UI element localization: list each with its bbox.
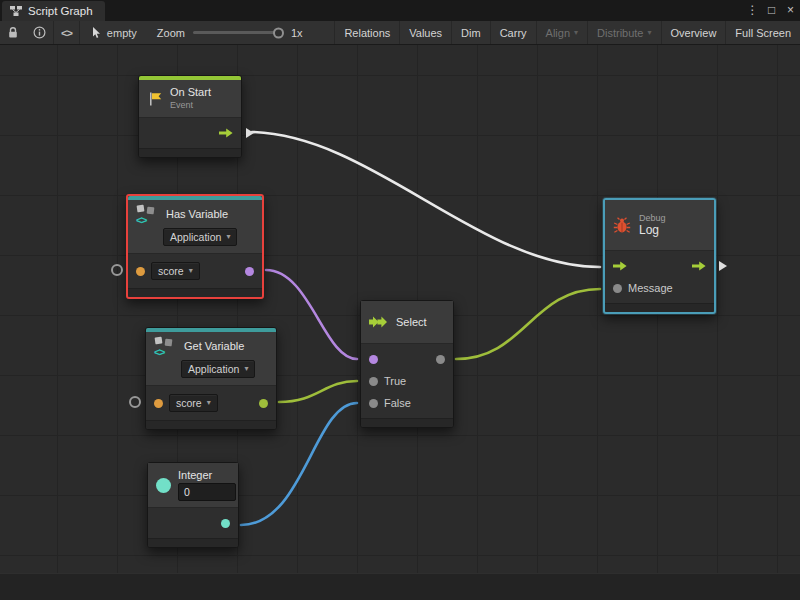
dropdown-value: Application bbox=[188, 363, 239, 375]
node-titles: On Start Event bbox=[170, 86, 211, 111]
int-output-port[interactable] bbox=[221, 519, 230, 528]
select-icon bbox=[369, 315, 389, 329]
wire-select-to-log-message[interactable] bbox=[456, 289, 600, 359]
node-select[interactable]: Select True False bbox=[360, 300, 454, 428]
flow-wire-arrow bbox=[719, 261, 727, 271]
variable-name-row: score ▾ bbox=[146, 390, 276, 416]
node-header: Debug Log bbox=[605, 200, 714, 250]
chevron-down-icon: ▾ bbox=[574, 29, 578, 37]
unconnected-port[interactable] bbox=[129, 396, 141, 408]
node-supertitle: Debug bbox=[639, 213, 666, 223]
tab-title: Script Graph bbox=[28, 5, 93, 17]
node-body: score ▾ bbox=[128, 253, 262, 288]
variable-scope-dropdown[interactable]: Application ▾ bbox=[181, 360, 255, 378]
wire-onstart-to-log[interactable] bbox=[252, 132, 600, 267]
window-controls: ⋮ □ × bbox=[743, 0, 800, 21]
integer-icon bbox=[156, 478, 171, 493]
zoom-value: 1x bbox=[291, 27, 303, 39]
variable-name-dropdown[interactable]: score ▾ bbox=[151, 262, 200, 280]
node-footer bbox=[605, 303, 714, 312]
close-icon[interactable]: × bbox=[781, 0, 800, 21]
false-label: False bbox=[384, 397, 411, 409]
message-input-port[interactable] bbox=[613, 284, 622, 293]
node-body: True False bbox=[361, 343, 453, 418]
dim-button[interactable]: Dim bbox=[451, 21, 490, 44]
tab-script-graph[interactable]: Script Graph bbox=[2, 1, 105, 21]
overview-button[interactable]: Overview bbox=[661, 21, 726, 44]
wire-getvariable-to-select-true[interactable] bbox=[279, 381, 357, 402]
unconnected-port[interactable] bbox=[111, 264, 123, 276]
node-on-start[interactable]: On Start Event bbox=[138, 75, 242, 158]
window-menu-icon[interactable]: ⋮ bbox=[743, 0, 762, 21]
flow-output-port[interactable] bbox=[219, 128, 233, 138]
node-title: Integer bbox=[178, 469, 236, 482]
zoom-label: Zoom bbox=[157, 27, 185, 39]
node-footer bbox=[139, 148, 241, 157]
chevron-down-icon: ▾ bbox=[648, 29, 652, 37]
string-input-port[interactable] bbox=[154, 399, 163, 408]
button-label: Overview bbox=[671, 27, 717, 39]
carry-button[interactable]: Carry bbox=[490, 21, 536, 44]
true-row: True bbox=[361, 370, 453, 392]
node-has-variable[interactable]: <> Has Variable Application ▾ score ▾ bbox=[126, 194, 264, 299]
flow-input-port[interactable] bbox=[613, 261, 627, 271]
zoom-slider[interactable] bbox=[193, 31, 283, 34]
node-get-variable[interactable]: <> Get Variable Application ▾ score ▾ bbox=[145, 327, 277, 430]
condition-input-port[interactable] bbox=[369, 355, 378, 364]
variable-icon: <> bbox=[154, 337, 177, 356]
flow-wire-arrow bbox=[246, 128, 254, 138]
button-label: Relations bbox=[344, 27, 390, 39]
edit-graph-button[interactable]: <> bbox=[54, 21, 79, 44]
button-label: Align bbox=[546, 27, 570, 39]
dropdown-value: Application bbox=[170, 231, 221, 243]
node-debug-log[interactable]: Debug Log Message bbox=[603, 198, 716, 314]
maximize-icon[interactable]: □ bbox=[762, 0, 781, 21]
flag-icon bbox=[147, 91, 163, 107]
node-header: Integer 0 bbox=[148, 463, 238, 507]
bool-output-port[interactable] bbox=[245, 267, 254, 276]
variable-scope-dropdown[interactable]: Application ▾ bbox=[163, 228, 237, 246]
zoom-slider-handle[interactable] bbox=[273, 27, 284, 38]
flow-output-port[interactable] bbox=[692, 261, 706, 271]
node-body bbox=[139, 117, 241, 148]
graph-edge-band bbox=[0, 573, 800, 600]
variable-name-row: score ▾ bbox=[128, 258, 262, 284]
node-body: score ▾ bbox=[146, 385, 276, 420]
selection-status: empty bbox=[80, 27, 149, 39]
object-output-port[interactable] bbox=[259, 399, 268, 408]
string-input-port[interactable] bbox=[136, 267, 145, 276]
message-label: Message bbox=[628, 282, 673, 294]
integer-value-field[interactable]: 0 bbox=[178, 483, 236, 501]
button-label: Values bbox=[409, 27, 442, 39]
message-row: Message bbox=[605, 277, 714, 299]
true-input-port[interactable] bbox=[369, 377, 378, 386]
node-titles: Debug Log bbox=[639, 213, 666, 237]
node-integer[interactable]: Integer 0 bbox=[147, 462, 239, 548]
bug-icon bbox=[613, 217, 631, 234]
node-footer bbox=[128, 288, 262, 297]
node-title: Log bbox=[639, 224, 666, 237]
code-icon: <> bbox=[61, 27, 72, 39]
align-button[interactable]: Align▾ bbox=[536, 21, 587, 44]
false-input-port[interactable] bbox=[369, 399, 378, 408]
lock-icon bbox=[7, 26, 19, 39]
full-screen-button[interactable]: Full Screen bbox=[725, 21, 800, 44]
graph-canvas[interactable]: On Start Event <> Has Variable bbox=[0, 45, 800, 600]
distribute-button[interactable]: Distribute▾ bbox=[587, 21, 660, 44]
node-titles: Integer 0 bbox=[178, 469, 236, 501]
node-header: Select bbox=[361, 301, 453, 343]
button-label: Carry bbox=[500, 27, 527, 39]
window-title-bar: Script Graph ⋮ □ × bbox=[0, 0, 800, 21]
condition-row bbox=[361, 348, 453, 370]
graph-icon bbox=[10, 6, 22, 16]
node-body: Message bbox=[605, 250, 714, 303]
inspect-button[interactable] bbox=[26, 21, 53, 44]
lock-button[interactable] bbox=[0, 21, 26, 44]
variable-name-dropdown[interactable]: score ▾ bbox=[169, 394, 218, 412]
wire-hasvariable-to-select[interactable] bbox=[266, 270, 357, 359]
integer-output-row bbox=[148, 512, 238, 534]
values-button[interactable]: Values bbox=[399, 21, 451, 44]
relations-button[interactable]: Relations bbox=[334, 21, 399, 44]
selection-output-port[interactable] bbox=[436, 355, 445, 364]
node-footer bbox=[148, 538, 238, 547]
